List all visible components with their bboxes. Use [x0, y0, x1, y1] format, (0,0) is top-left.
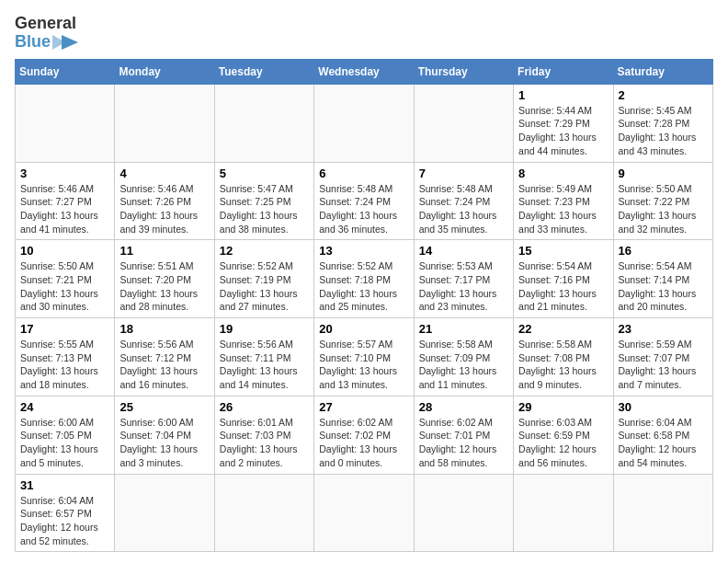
week-row-2: 10Sunrise: 5:50 AM Sunset: 7:21 PM Dayli… — [16, 240, 713, 318]
day-info: Sunrise: 5:55 AM Sunset: 7:13 PM Dayligh… — [20, 338, 109, 392]
calendar-cell: 10Sunrise: 5:50 AM Sunset: 7:21 PM Dayli… — [16, 240, 115, 318]
day-info: Sunrise: 5:45 AM Sunset: 7:28 PM Dayligh… — [619, 104, 708, 158]
day-number: 30 — [619, 400, 708, 414]
calendar-cell: 18Sunrise: 5:56 AM Sunset: 7:12 PM Dayli… — [115, 318, 214, 396]
calendar-cell: 23Sunrise: 5:59 AM Sunset: 7:07 PM Dayli… — [613, 318, 712, 396]
day-number: 31 — [20, 478, 109, 492]
dow-tuesday: Tuesday — [214, 59, 313, 84]
calendar-cell: 7Sunrise: 5:48 AM Sunset: 7:24 PM Daylig… — [414, 162, 513, 240]
dow-wednesday: Wednesday — [314, 59, 414, 84]
calendar-cell — [115, 474, 214, 552]
calendar-cell — [514, 474, 613, 552]
day-number: 16 — [619, 244, 708, 258]
calendar-cell — [16, 84, 115, 162]
day-info: Sunrise: 5:58 AM Sunset: 7:09 PM Dayligh… — [419, 338, 508, 392]
calendar-cell: 26Sunrise: 6:01 AM Sunset: 7:03 PM Dayli… — [214, 396, 313, 474]
header: General Blue — [15, 15, 713, 52]
dow-monday: Monday — [115, 59, 214, 84]
calendar-cell: 1Sunrise: 5:44 AM Sunset: 7:29 PM Daylig… — [514, 84, 613, 162]
day-info: Sunrise: 6:02 AM Sunset: 7:02 PM Dayligh… — [319, 416, 408, 470]
day-number: 12 — [220, 244, 309, 258]
day-info: Sunrise: 5:47 AM Sunset: 7:25 PM Dayligh… — [220, 182, 309, 236]
calendar-body: 1Sunrise: 5:44 AM Sunset: 7:29 PM Daylig… — [16, 84, 713, 552]
day-number: 14 — [419, 244, 508, 258]
calendar-cell: 31Sunrise: 6:04 AM Sunset: 6:57 PM Dayli… — [16, 474, 115, 552]
day-number: 8 — [518, 167, 608, 180]
day-info: Sunrise: 6:00 AM Sunset: 7:05 PM Dayligh… — [20, 416, 109, 470]
day-info: Sunrise: 5:46 AM Sunset: 7:26 PM Dayligh… — [119, 182, 209, 236]
calendar-cell: 25Sunrise: 6:00 AM Sunset: 7:04 PM Dayli… — [115, 396, 214, 474]
logo-blue: Blue — [15, 33, 51, 52]
dow-friday: Friday — [514, 59, 613, 84]
day-info: Sunrise: 5:44 AM Sunset: 7:29 PM Dayligh… — [518, 104, 608, 158]
day-number: 5 — [220, 167, 309, 180]
day-info: Sunrise: 5:51 AM Sunset: 7:20 PM Dayligh… — [119, 259, 209, 314]
week-row-3: 17Sunrise: 5:55 AM Sunset: 7:13 PM Dayli… — [16, 318, 713, 396]
calendar-cell: 29Sunrise: 6:03 AM Sunset: 6:59 PM Dayli… — [514, 396, 613, 474]
day-number: 24 — [20, 400, 109, 414]
day-info: Sunrise: 6:02 AM Sunset: 7:01 PM Dayligh… — [419, 416, 508, 470]
calendar-cell: 6Sunrise: 5:48 AM Sunset: 7:24 PM Daylig… — [314, 162, 414, 240]
calendar-cell — [314, 84, 414, 162]
day-number: 9 — [619, 167, 708, 180]
calendar-cell — [214, 474, 313, 552]
day-info: Sunrise: 5:50 AM Sunset: 7:22 PM Dayligh… — [619, 182, 708, 236]
calendar-cell: 27Sunrise: 6:02 AM Sunset: 7:02 PM Dayli… — [314, 396, 414, 474]
calendar-cell: 9Sunrise: 5:50 AM Sunset: 7:22 PM Daylig… — [613, 162, 712, 240]
calendar-table: SundayMondayTuesdayWednesdayThursdayFrid… — [15, 59, 713, 553]
calendar-cell: 3Sunrise: 5:46 AM Sunset: 7:27 PM Daylig… — [16, 162, 115, 240]
calendar-cell — [314, 474, 414, 552]
day-number: 21 — [419, 322, 508, 336]
calendar-cell: 4Sunrise: 5:46 AM Sunset: 7:26 PM Daylig… — [115, 162, 214, 240]
week-row-5: 31Sunrise: 6:04 AM Sunset: 6:57 PM Dayli… — [16, 474, 713, 552]
day-number: 4 — [119, 167, 209, 180]
logo-general: General — [15, 15, 76, 33]
day-number: 11 — [119, 244, 209, 258]
day-info: Sunrise: 5:53 AM Sunset: 7:17 PM Dayligh… — [419, 259, 508, 314]
week-row-4: 24Sunrise: 6:00 AM Sunset: 7:05 PM Dayli… — [16, 396, 713, 474]
calendar-cell: 16Sunrise: 5:54 AM Sunset: 7:14 PM Dayli… — [613, 240, 712, 318]
week-row-0: 1Sunrise: 5:44 AM Sunset: 7:29 PM Daylig… — [16, 84, 713, 162]
day-number: 7 — [419, 167, 508, 180]
calendar-cell: 5Sunrise: 5:47 AM Sunset: 7:25 PM Daylig… — [214, 162, 313, 240]
day-info: Sunrise: 5:54 AM Sunset: 7:16 PM Dayligh… — [518, 259, 608, 314]
calendar-cell — [414, 84, 513, 162]
calendar-cell: 8Sunrise: 5:49 AM Sunset: 7:23 PM Daylig… — [514, 162, 613, 240]
calendar-cell — [115, 84, 214, 162]
calendar-cell: 12Sunrise: 5:52 AM Sunset: 7:19 PM Dayli… — [214, 240, 313, 318]
day-number: 28 — [419, 400, 508, 414]
day-number: 17 — [20, 322, 109, 336]
dow-thursday: Thursday — [414, 59, 513, 84]
calendar-cell: 2Sunrise: 5:45 AM Sunset: 7:28 PM Daylig… — [613, 84, 712, 162]
day-info: Sunrise: 5:46 AM Sunset: 7:27 PM Dayligh… — [20, 182, 109, 236]
day-number: 20 — [319, 322, 408, 336]
calendar-cell: 17Sunrise: 5:55 AM Sunset: 7:13 PM Dayli… — [16, 318, 115, 396]
day-info: Sunrise: 6:01 AM Sunset: 7:03 PM Dayligh… — [220, 416, 309, 470]
calendar-cell: 20Sunrise: 5:57 AM Sunset: 7:10 PM Dayli… — [314, 318, 414, 396]
calendar-cell — [613, 474, 712, 552]
calendar-cell: 21Sunrise: 5:58 AM Sunset: 7:09 PM Dayli… — [414, 318, 513, 396]
day-info: Sunrise: 5:48 AM Sunset: 7:24 PM Dayligh… — [419, 182, 508, 236]
day-info: Sunrise: 5:52 AM Sunset: 7:19 PM Dayligh… — [220, 259, 309, 314]
day-number: 3 — [20, 167, 109, 180]
calendar-cell: 19Sunrise: 5:56 AM Sunset: 7:11 PM Dayli… — [214, 318, 313, 396]
day-info: Sunrise: 5:50 AM Sunset: 7:21 PM Dayligh… — [20, 259, 109, 314]
day-info: Sunrise: 6:04 AM Sunset: 6:57 PM Dayligh… — [20, 494, 109, 548]
logo: General Blue — [15, 15, 78, 52]
logo-triangle-icon — [52, 33, 78, 52]
day-number: 19 — [220, 322, 309, 336]
logo-text: General Blue — [15, 15, 78, 52]
day-number: 29 — [518, 400, 608, 414]
day-info: Sunrise: 5:54 AM Sunset: 7:14 PM Dayligh… — [619, 259, 708, 314]
day-info: Sunrise: 5:49 AM Sunset: 7:23 PM Dayligh… — [518, 182, 608, 236]
day-number: 1 — [518, 88, 608, 102]
day-number: 25 — [119, 400, 209, 414]
day-info: Sunrise: 6:04 AM Sunset: 6:58 PM Dayligh… — [619, 416, 708, 470]
calendar-cell: 14Sunrise: 5:53 AM Sunset: 7:17 PM Dayli… — [414, 240, 513, 318]
dow-sunday: Sunday — [16, 59, 115, 84]
week-row-1: 3Sunrise: 5:46 AM Sunset: 7:27 PM Daylig… — [16, 162, 713, 240]
calendar-cell — [414, 474, 513, 552]
day-info: Sunrise: 5:56 AM Sunset: 7:11 PM Dayligh… — [220, 338, 309, 392]
calendar-cell: 11Sunrise: 5:51 AM Sunset: 7:20 PM Dayli… — [115, 240, 214, 318]
day-number: 6 — [319, 167, 408, 180]
